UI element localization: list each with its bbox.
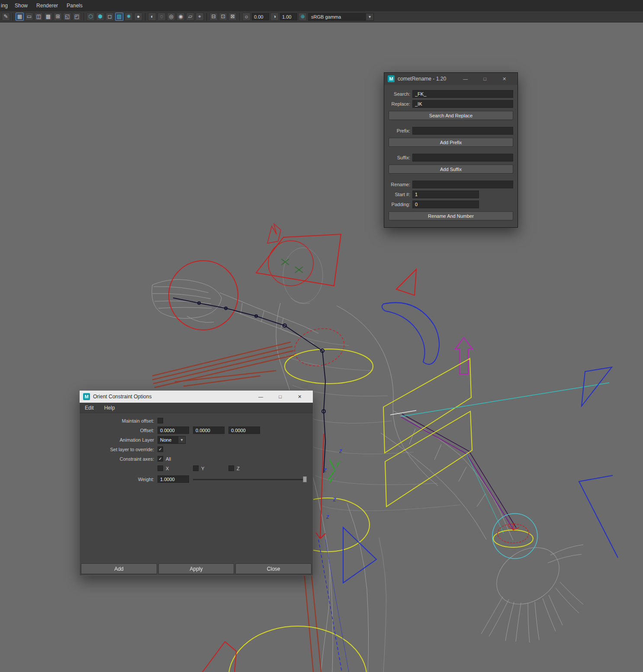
orient-constraint-title: Orient Constraint Options [93, 394, 151, 400]
svg-text:z: z [323, 466, 327, 473]
padding-row: Padding: [389, 200, 513, 208]
resolution-gate-icon[interactable]: ◫ [35, 13, 43, 21]
safe-title-icon[interactable]: ◰ [73, 13, 81, 21]
close-button[interactable]: Close [235, 563, 312, 574]
gamma-field[interactable] [280, 13, 297, 20]
offset-x-input[interactable] [158, 426, 189, 434]
set-layer-checkbox[interactable]: ✓ [158, 446, 163, 452]
menu-item-edit[interactable]: Edit [80, 405, 99, 411]
prefix-input[interactable] [412, 127, 513, 135]
axis-labels: z z z z y y [323, 447, 342, 520]
view-transform-icon[interactable]: ⊕ [299, 13, 307, 21]
layout-quad-icon[interactable]: ⊠ [228, 13, 237, 21]
grid-icon[interactable]: ▦ [16, 13, 24, 21]
axis-x-checkbox[interactable] [158, 465, 163, 471]
axis-y-label: Y [201, 466, 204, 471]
textured-icon[interactable]: ▨ [115, 13, 123, 21]
menu-item-show[interactable]: Show [10, 0, 32, 11]
isolate-select-icon[interactable]: ◉ [177, 13, 185, 21]
add-button[interactable]: Add [81, 563, 157, 574]
view-transform-select[interactable]: sRGB gamma ▾ [308, 13, 374, 21]
search-and-replace-button[interactable]: Search And Replace [389, 111, 513, 120]
maximize-icon[interactable]: □ [475, 73, 495, 85]
minimize-icon[interactable]: — [456, 73, 475, 85]
maya-icon: M [388, 75, 395, 82]
offset-y-input[interactable] [193, 426, 225, 434]
menu-item-renderer[interactable]: Renderer [32, 0, 62, 11]
replace-label: Replace: [389, 101, 410, 107]
search-input[interactable] [412, 90, 513, 98]
menu-item-help[interactable]: Help [99, 405, 120, 411]
offset-label: Offset: [80, 428, 154, 433]
lights-icon[interactable]: ✹ [125, 13, 133, 21]
orient-constraint-body: Maintain offset: Offset: Animation Layer… [80, 413, 313, 562]
minimize-icon[interactable]: — [251, 391, 270, 403]
suffix-label: Suffix: [389, 155, 410, 160]
maintain-offset-checkbox[interactable] [158, 418, 163, 423]
slider-track [193, 479, 307, 480]
axis-y-group: Y [193, 465, 228, 471]
axis-all-label: All [166, 456, 171, 462]
dof-icon[interactable]: ◎ [167, 13, 175, 21]
close-icon[interactable]: ✕ [290, 391, 309, 403]
replace-input[interactable] [412, 100, 513, 108]
menu-item-shading[interactable]: ing [0, 0, 10, 11]
axis-all-group: ✓ All [158, 456, 193, 462]
motion-blur-icon[interactable]: ◌ [158, 13, 166, 21]
window-controls: — □ ✕ [251, 391, 309, 403]
rename-input[interactable] [412, 181, 513, 188]
gamma-icon[interactable]: ◑ [270, 13, 279, 21]
field-chart-icon[interactable]: ⊞ [54, 13, 62, 21]
shadows-icon[interactable]: ● [134, 13, 142, 21]
exposure-field[interactable] [252, 13, 269, 20]
weight-input[interactable] [158, 475, 189, 483]
ao-icon[interactable]: ◐ [148, 13, 156, 21]
axis-all-checkbox[interactable]: ✓ [158, 456, 163, 462]
film-gate-icon[interactable]: ▭ [25, 13, 33, 21]
menu-item-panels[interactable]: Panels [62, 0, 87, 11]
layout-split-icon[interactable]: ⊡ [219, 13, 227, 21]
rename-and-number-button[interactable]: Rename And Number [389, 211, 513, 220]
grease-pencil-icon[interactable]: ✎ [2, 13, 10, 21]
add-prefix-button[interactable]: Add Prefix [389, 138, 513, 147]
orient-constraint-titlebar[interactable]: M Orient Constraint Options — □ ✕ [80, 391, 313, 403]
axis-z-checkbox[interactable] [228, 465, 234, 471]
layout-single-icon[interactable]: ⊟ [209, 13, 218, 21]
add-suffix-button[interactable]: Add Suffix [389, 165, 513, 174]
maintain-offset-row: Maintain offset: [80, 417, 313, 424]
bounding-box-icon[interactable]: ◻ [106, 13, 114, 21]
animation-layer-select[interactable]: None ▾ [158, 436, 186, 444]
exposure-icon[interactable]: ☼ [242, 13, 251, 21]
wireframe-icon[interactable]: ⬡ [87, 13, 95, 21]
weight-slider[interactable] [193, 476, 307, 483]
animation-layer-label: Animation Layer [80, 437, 154, 443]
replace-row: Replace: [389, 100, 513, 108]
set-layer-row: Set layer to override: ✓ [80, 446, 313, 453]
start-number-input[interactable] [412, 191, 479, 198]
spacer [389, 147, 513, 154]
comet-rename-titlebar[interactable]: M cometRename - 1.20 — □ ✕ [384, 73, 518, 85]
offset-z-input[interactable] [228, 426, 260, 434]
prefix-label: Prefix: [389, 128, 410, 133]
viewport-toolbar: ✎ ▦ ▭ ◫ ▩ ⊞ ◱ ◰ ⬡ ⬢ ◻ ▨ ✹ ● ◐ ◌ ◎ ◉ ▱ ⌖ … [0, 11, 643, 23]
xray-joints-icon[interactable]: ⌖ [196, 13, 204, 21]
axis-y-checkbox[interactable] [193, 465, 199, 471]
safe-action-icon[interactable]: ◱ [63, 13, 71, 21]
maximize-icon[interactable]: □ [270, 391, 290, 403]
constraint-axes-label: Constraint axes: [80, 456, 154, 462]
comet-rename-body: Search: Replace: Search And Replace Pref… [384, 85, 518, 227]
axes-xyz-row: X Y Z [80, 465, 313, 472]
animation-layer-row: Animation Layer None ▾ [80, 436, 313, 443]
close-icon[interactable]: ✕ [495, 73, 514, 85]
spacer [389, 174, 513, 181]
xray-icon[interactable]: ▱ [186, 13, 194, 21]
apply-button[interactable]: Apply [158, 563, 235, 574]
toolbar-separator [239, 13, 240, 21]
toolbar-separator [145, 13, 145, 21]
spacer [389, 120, 513, 127]
suffix-input[interactable] [412, 154, 513, 162]
gate-mask-icon[interactable]: ▩ [44, 13, 52, 21]
padding-input[interactable] [412, 200, 479, 208]
smooth-shade-icon[interactable]: ⬢ [96, 13, 104, 21]
slider-handle[interactable] [303, 476, 307, 482]
